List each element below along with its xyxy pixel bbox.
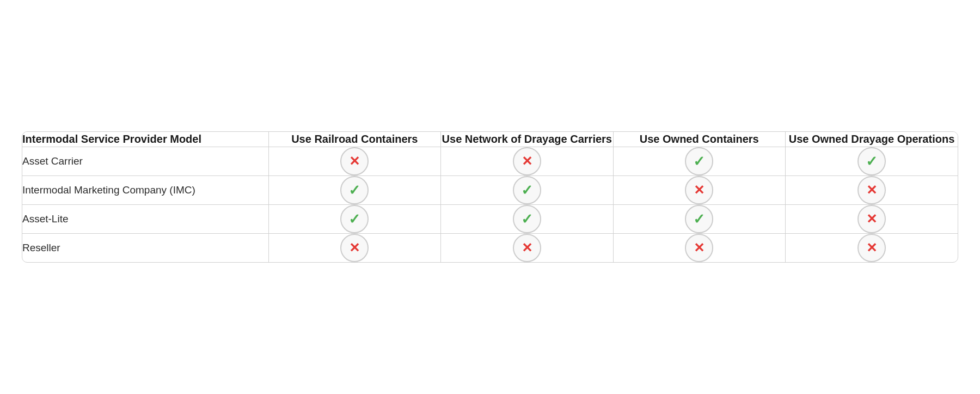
icon-cell-3-0: ✕ xyxy=(268,234,440,263)
x-icon: ✕ xyxy=(857,234,886,262)
icon-cell-0-2: ✓ xyxy=(613,147,785,176)
icon-cell-0-3: ✓ xyxy=(786,147,958,176)
row-label-2: Asset-Lite xyxy=(22,205,268,234)
x-icon: ✕ xyxy=(340,147,369,175)
icon-cell-1-3: ✕ xyxy=(786,176,958,205)
table-row: Asset-Lite✓✓✓✕ xyxy=(22,205,958,234)
table-row: Asset Carrier✕✕✓✓ xyxy=(22,147,958,176)
icon-cell-0-0: ✕ xyxy=(268,147,440,176)
header-railroad: Use Railroad Containers xyxy=(268,132,440,147)
header-drayage-network: Use Network of Drayage Carriers xyxy=(441,132,613,147)
icon-cell-1-2: ✕ xyxy=(613,176,785,205)
x-icon: ✕ xyxy=(340,234,369,262)
check-icon: ✓ xyxy=(513,205,541,233)
table-row: Intermodal Marketing Company (IMC)✓✓✕✕ xyxy=(22,176,958,205)
check-icon: ✓ xyxy=(857,147,886,175)
header-owned-drayage: Use Owned Drayage Operations xyxy=(786,132,958,147)
icon-cell-1-0: ✓ xyxy=(268,176,440,205)
x-icon: ✕ xyxy=(857,176,886,204)
x-icon: ✕ xyxy=(685,234,713,262)
check-icon: ✓ xyxy=(685,147,713,175)
icon-cell-2-3: ✕ xyxy=(786,205,958,234)
icon-cell-2-1: ✓ xyxy=(441,205,613,234)
icon-cell-3-2: ✕ xyxy=(613,234,785,263)
table-row: Reseller✕✕✕✕ xyxy=(22,234,958,263)
icon-cell-2-0: ✓ xyxy=(268,205,440,234)
x-icon: ✕ xyxy=(857,205,886,233)
header-model: Intermodal Service Provider Model xyxy=(22,132,268,147)
icon-cell-3-3: ✕ xyxy=(786,234,958,263)
check-icon: ✓ xyxy=(685,205,713,233)
check-icon: ✓ xyxy=(513,176,541,204)
row-label-0: Asset Carrier xyxy=(22,147,268,176)
header-owned-containers: Use Owned Containers xyxy=(613,132,785,147)
check-icon: ✓ xyxy=(340,176,369,204)
x-icon: ✕ xyxy=(685,176,713,204)
icon-cell-0-1: ✕ xyxy=(441,147,613,176)
row-label-1: Intermodal Marketing Company (IMC) xyxy=(22,176,268,205)
check-icon: ✓ xyxy=(340,205,369,233)
icon-cell-1-1: ✓ xyxy=(441,176,613,205)
x-icon: ✕ xyxy=(513,147,541,175)
icon-cell-2-2: ✓ xyxy=(613,205,785,234)
comparison-table: Intermodal Service Provider Model Use Ra… xyxy=(22,131,958,263)
row-label-3: Reseller xyxy=(22,234,268,263)
icon-cell-3-1: ✕ xyxy=(441,234,613,263)
x-icon: ✕ xyxy=(513,234,541,262)
